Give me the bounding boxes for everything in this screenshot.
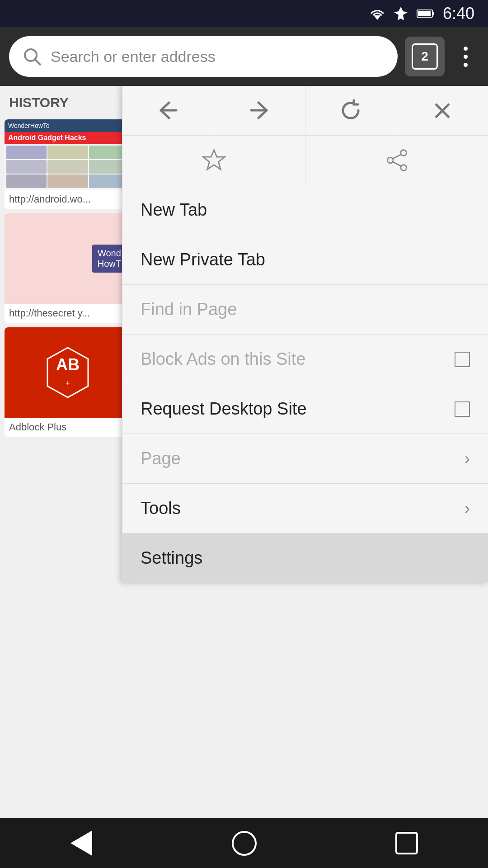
svg-point-4 [25,49,37,61]
stop-button[interactable] [397,86,488,135]
search-placeholder-text: Search or enter address [51,48,216,66]
system-back-button[interactable] [59,827,104,859]
share-icon [385,148,409,173]
history-item-3[interactable]: AB + Adblock Plus [5,327,131,437]
status-bar: 6:40 [0,0,488,27]
svg-line-18 [393,162,401,166]
block-ads-label: Block Ads on this Site [141,349,305,369]
thumb-grid-1 [5,144,131,190]
history-item-2[interactable]: WondHowT http://thesecret y... [5,213,131,323]
dropdown-menu: New Tab New Private Tab Find in Page Blo… [122,86,488,583]
tab-switcher-button[interactable]: 2 [405,37,445,76]
new-tab-item[interactable]: New Tab [122,185,488,235]
find-in-page-label: Find in Page [141,300,237,319]
back-button[interactable] [122,86,214,135]
stop-icon [431,99,454,122]
history-label: HISTORY [0,86,136,115]
svg-line-5 [35,60,41,65]
svg-line-17 [393,155,401,159]
page-label: Page [141,449,181,468]
history-thumb-1: WonderHowTo Android Gadget Hacks [5,119,131,190]
tab-icon: 2 [412,43,438,70]
airplane-icon [393,6,408,21]
svg-marker-0 [374,15,381,20]
svg-point-15 [400,165,406,171]
svg-rect-3 [418,11,431,16]
overflow-menu-button[interactable] [452,42,479,71]
new-private-tab-label: New Private Tab [141,250,265,269]
reload-button[interactable] [305,86,397,135]
tools-item[interactable]: Tools › [122,484,488,533]
settings-label: Settings [141,548,202,568]
request-desktop-item[interactable]: Request Desktop Site [122,384,488,434]
bookmark-button[interactable] [122,136,305,185]
new-private-tab-item[interactable]: New Private Tab [122,235,488,285]
svg-marker-13 [203,150,225,170]
bottom-nav-bar [0,818,488,868]
menu-dot-2 [464,55,468,59]
tools-label: Tools [141,499,181,518]
history-thumb-2: WondHowT [5,213,131,304]
request-desktop-checkbox[interactable] [455,401,470,417]
svg-rect-2 [432,12,434,15]
forward-arrow-icon [247,98,272,123]
system-recents-button[interactable] [384,827,429,859]
find-in-page-item[interactable]: Find in Page [122,285,488,335]
history-url-1: http://android.wo... [5,190,131,209]
system-home-button[interactable] [221,827,267,859]
thumb-title-bar-1: Android Gadget Hacks [5,132,131,144]
settings-item[interactable]: Settings [122,533,488,583]
page-chevron-icon: › [465,449,470,468]
tab-count: 2 [421,49,428,64]
history-thumb-3: AB + [5,327,131,418]
menu-dot-1 [464,47,468,51]
reload-icon [338,98,363,123]
nav-row [122,86,488,136]
recents-square-icon [395,832,418,854]
battery-icon [417,9,435,19]
search-bar[interactable]: Search or enter address [9,36,398,77]
block-ads-item[interactable]: Block Ads on this Site [122,335,488,384]
home-circle-icon [232,831,257,856]
history-item-1[interactable]: WonderHowTo Android Gadget Hacks http://… [5,119,131,209]
browser-toolbar: Search or enter address 2 [0,27,488,86]
svg-text:+: + [66,379,70,388]
svg-text:AB: AB [56,355,80,374]
main-content: HISTORY WonderHowTo Android Gadget Hacks [0,86,488,818]
thumb-header-text-1: WonderHowTo [8,122,50,129]
wifi-icon [370,7,385,20]
search-icon [23,47,42,66]
status-time: 6:40 [443,4,474,23]
share-button[interactable] [305,136,488,185]
svg-point-14 [400,150,406,156]
request-desktop-label: Request Desktop Site [141,399,307,419]
back-triangle-icon [70,830,92,856]
wonder-logo: WondHowT [92,245,127,273]
back-arrow-icon [155,98,180,123]
svg-point-16 [387,157,393,163]
page-item[interactable]: Page › [122,434,488,484]
icon-row [122,136,488,185]
block-ads-checkbox[interactable] [455,352,470,367]
history-url-3: Adblock Plus [5,418,131,437]
star-icon [202,148,226,173]
menu-dot-3 [464,63,468,67]
tools-chevron-icon: › [465,499,470,518]
status-icons: 6:40 [370,4,474,23]
new-tab-label: New Tab [141,200,207,220]
adblock-logo: AB + [41,345,95,400]
history-url-2: http://thesecret y... [5,304,131,323]
history-section: HISTORY WonderHowTo Android Gadget Hacks [0,86,136,818]
forward-button[interactable] [214,86,306,135]
